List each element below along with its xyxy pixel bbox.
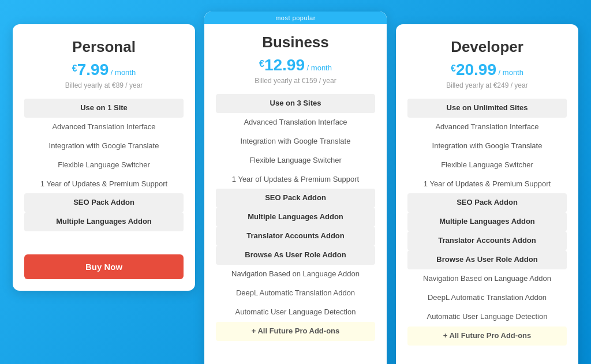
feature-item: Browse As User Role Addon	[216, 246, 375, 265]
feature-item: Flexible Language Switcher	[24, 156, 184, 175]
price-currency: €	[259, 59, 264, 69]
feature-item: Flexible Language Switcher	[216, 151, 375, 170]
billed-yearly-personal: Billed yearly at €89 / year	[24, 81, 184, 89]
billed-yearly-business: Billed yearly at €159 / year	[216, 77, 375, 85]
feature-item: Navigation Based on Language Addon	[407, 269, 567, 288]
feature-item: Translator Accounts Addon	[407, 231, 567, 250]
feature-item: Integration with Google Translate	[216, 132, 375, 151]
price-currency: €	[72, 63, 77, 73]
feature-item: Automatic User Language Detection	[216, 303, 375, 322]
features-list-business: Use on 3 SitesAdvanced Translation Inter…	[216, 94, 375, 341]
feature-item: Multiple Languages Addon	[216, 208, 375, 227]
price-row-personal: €7.99 / month	[24, 61, 184, 79]
price-amount: 20.99	[456, 61, 496, 78]
price-row-developer: €20.99 / month	[407, 61, 567, 79]
feature-item: Automatic User Language Detection	[407, 307, 567, 327]
price-currency: €	[451, 63, 456, 73]
feature-item: 1 Year of Updates & Premium Support	[216, 170, 375, 189]
feature-item: DeepL Automatic Translation Addon	[216, 284, 375, 303]
feature-item: Multiple Languages Addon	[407, 212, 567, 231]
plan-name-business: Business	[216, 33, 375, 51]
feature-item: SEO Pack Addon	[24, 193, 184, 212]
plan-card-personal: Personal €7.99 / month Billed yearly at …	[13, 24, 195, 291]
price-amount: 7.99	[77, 61, 109, 78]
price-period: / month	[496, 68, 523, 77]
feature-item: Integration with Google Translate	[407, 137, 567, 156]
feature-item: Advanced Translation Interface	[407, 118, 567, 137]
feature-item: Translator Accounts Addon	[216, 227, 375, 246]
plan-card-business: most popularBusiness €12.99 / month Bill…	[204, 12, 387, 364]
feature-item: + All Future Pro Add-ons	[407, 327, 567, 346]
feature-item: Advanced Translation Interface	[216, 113, 375, 132]
feature-item: Use on Unlimited Sites	[407, 99, 567, 118]
features-list-developer: Use on Unlimited SitesAdvanced Translati…	[407, 99, 567, 346]
feature-item: Multiple Languages Addon	[24, 212, 184, 231]
feature-item: + All Future Pro Add-ons	[216, 322, 375, 341]
price-row-business: €12.99 / month	[216, 56, 375, 74]
price-period: / month	[109, 68, 136, 77]
feature-item: Flexible Language Switcher	[407, 156, 567, 175]
price-amount: 12.99	[264, 56, 305, 74]
feature-item: SEO Pack Addon	[216, 189, 375, 208]
plan-name-personal: Personal	[24, 38, 184, 56]
feature-item: Integration with Google Translate	[24, 137, 184, 156]
feature-item: 1 Year of Updates & Premium Support	[407, 175, 567, 194]
most-popular-badge: most popular	[204, 12, 387, 24]
buy-button-personal[interactable]: Buy Now	[24, 254, 184, 279]
feature-item: SEO Pack Addon	[407, 193, 567, 212]
feature-item: Use on 3 Sites	[216, 94, 375, 113]
plan-name-developer: Developer	[407, 38, 567, 56]
plan-card-developer: Developer €20.99 / month Billed yearly a…	[396, 24, 578, 364]
feature-item: Browse As User Role Addon	[407, 250, 567, 269]
feature-item: Advanced Translation Interface	[24, 118, 184, 137]
feature-item: Use on 1 Site	[24, 99, 184, 118]
feature-item: Navigation Based on Language Addon	[216, 265, 375, 284]
features-list-personal: Use on 1 SiteAdvanced Translation Interf…	[24, 99, 184, 231]
feature-item: 1 Year of Updates & Premium Support	[24, 175, 184, 194]
pricing-container: Personal €7.99 / month Billed yearly at …	[13, 12, 578, 364]
feature-item: DeepL Automatic Translation Addon	[407, 288, 567, 307]
price-period: / month	[305, 63, 332, 72]
billed-yearly-developer: Billed yearly at €249 / year	[407, 81, 567, 89]
